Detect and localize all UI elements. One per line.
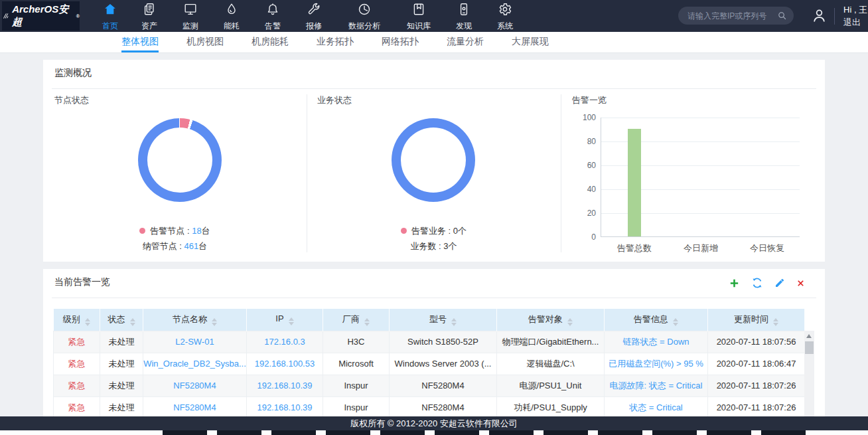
scrollbar-up-arrow-icon[interactable] [806, 334, 812, 338]
sort-carets-icon[interactable] [673, 318, 678, 326]
global-search [678, 7, 794, 25]
column-header-5[interactable]: 型号 [390, 309, 497, 331]
data-analysis-icon [357, 2, 372, 19]
nav-item-knowledge[interactable]: 知识库 [394, 0, 443, 32]
overview-divider [52, 88, 816, 89]
nav-item-energy[interactable]: 能耗 [211, 0, 252, 32]
refresh-button[interactable] [751, 277, 763, 289]
tab-1[interactable]: 机房视图 [186, 32, 224, 52]
cell-7[interactable]: 电源故障: 状态 = Critical [605, 375, 708, 396]
nav-item-discover[interactable]: 发现 [443, 0, 484, 32]
scrollbar-thumb[interactable] [805, 341, 814, 354]
edit-button[interactable] [774, 278, 785, 288]
cell-5: Windows Server 2003 (... [390, 353, 497, 375]
delete-button[interactable] [796, 279, 805, 288]
tab-6[interactable]: 大屏展现 [512, 32, 549, 52]
sort-carets-icon[interactable] [85, 318, 90, 326]
node-status-title: 节点状态 [54, 94, 89, 106]
energy-icon [224, 2, 239, 19]
alarm-overview-title: 告警一览 [572, 94, 607, 106]
search-input[interactable] [678, 11, 777, 21]
nav-item-data-analysis[interactable]: 数据分析 [334, 0, 394, 32]
alerts-toolbar [729, 277, 805, 289]
cell-4: H3C [323, 331, 390, 353]
cell-2[interactable]: Win_Oracle_DB2_Sysba... [143, 353, 247, 375]
cell-8: 2020-07-11 18:07:26 [708, 375, 805, 396]
cell-3[interactable]: 192.168.10.39 [247, 396, 323, 418]
cell-3[interactable]: 192.168.100.53 [247, 353, 323, 375]
column-header-label: 告警对象 [528, 314, 563, 324]
cell-2[interactable]: NF5280M4 [143, 396, 247, 418]
bottom-strip-block [598, 430, 642, 435]
knowledge-icon [411, 2, 426, 19]
bottom-strip-block [271, 430, 316, 435]
cell-0: 紧急 [54, 375, 100, 396]
cell-1: 未处理 [100, 396, 143, 418]
panel-divider [561, 94, 561, 252]
sort-carets-icon[interactable] [130, 318, 135, 326]
table-row[interactable]: 紧急未处理NF5280M4192.168.10.39InspurNF5280M4… [54, 396, 805, 418]
tab-5[interactable]: 流量分析 [447, 32, 484, 52]
system-icon [498, 2, 512, 19]
x-axis-category-label: 告警总数 [617, 242, 652, 254]
bottom-strip-block [217, 430, 261, 435]
search-icon[interactable] [777, 11, 787, 21]
add-button[interactable] [729, 278, 740, 289]
cell-0: 紧急 [54, 353, 100, 375]
sort-carets-icon[interactable] [451, 318, 457, 326]
nav-item-repair[interactable]: 报修 [293, 0, 334, 32]
nav-item-system[interactable]: 系统 [484, 0, 526, 32]
legend-label: 业务数 : [410, 241, 443, 251]
column-header-3[interactable]: IP [247, 309, 323, 331]
legend-unit: 个 [449, 241, 457, 251]
cell-7[interactable]: 状态 = Critical [605, 396, 708, 418]
sort-carets-icon[interactable] [567, 318, 573, 326]
column-header-0[interactable]: 级别 [54, 309, 100, 331]
current-alerts-card: 当前告警一览 级别状态节点名称IP厂商型号告警对象告警信息更新时间 紧急未处理L… [43, 269, 825, 430]
sort-carets-icon[interactable] [364, 318, 370, 326]
y-axis-tick-label: 20 [568, 209, 596, 218]
cell-3[interactable]: 172.16.0.3 [247, 331, 323, 353]
cell-1: 未处理 [100, 331, 143, 353]
column-header-6[interactable]: 告警对象 [497, 309, 605, 331]
cell-7[interactable]: 链路状态 = Down [605, 331, 708, 353]
nav-item-home[interactable]: 首页 [92, 0, 129, 32]
tab-2[interactable]: 机房能耗 [252, 32, 289, 52]
table-row[interactable]: 紧急未处理L2-SW-01172.16.0.3H3CSwitch S1850-5… [54, 331, 805, 353]
legend-line: 业务数 : 3个 [307, 238, 561, 254]
column-header-2[interactable]: 节点名称 [143, 309, 247, 331]
sort-carets-icon[interactable] [773, 318, 778, 326]
cell-2[interactable]: L2-SW-01 [143, 331, 247, 353]
legend-label: 纳管节点 : [143, 241, 184, 251]
column-header-7[interactable]: 告警信息 [605, 309, 708, 331]
logout-link[interactable]: 退出 [843, 16, 867, 29]
table-scrollbar[interactable] [804, 331, 814, 418]
legend-label: 告警业务 : [411, 226, 453, 236]
y-axis-tick-label: 100 [568, 113, 596, 122]
table-row[interactable]: 紧急未处理NF5280M4192.168.10.39InspurNF5280M4… [54, 375, 805, 396]
tab-3[interactable]: 业务拓扑 [317, 32, 354, 52]
cell-2[interactable]: NF5280M4 [143, 375, 247, 396]
cell-7[interactable]: 已用磁盘空间(%) > 95 % [605, 353, 708, 375]
tab-4[interactable]: 网络拓扑 [382, 32, 419, 52]
sort-carets-icon[interactable] [289, 317, 294, 325]
cell-1: 未处理 [100, 353, 143, 375]
business-status-legend: 告警业务 : 0个业务数 : 3个 [307, 223, 561, 254]
nav-item-assets[interactable]: 资产 [129, 0, 170, 32]
cell-3[interactable]: 192.168.10.39 [247, 375, 323, 396]
sort-carets-icon[interactable] [212, 318, 217, 326]
table-row[interactable]: 紧急未处理Win_Oracle_DB2_Sysba...192.168.100.… [54, 353, 805, 375]
user-icon[interactable] [811, 7, 828, 24]
tab-0[interactable]: 整体视图 [121, 32, 159, 52]
alerts-divider [52, 298, 816, 298]
overview-title: 监测概况 [54, 67, 92, 79]
cell-4: Inspur [323, 396, 390, 418]
refresh-icon [751, 277, 763, 289]
nav-item-alarm[interactable]: 告警 [252, 0, 293, 32]
column-header-8[interactable]: 更新时间 [708, 309, 805, 331]
top-navbar: ArcherOS安超® 首页资产监测能耗告警报修数据分析知识库发现系统 Hi ,… [0, 0, 868, 32]
nav-item-label: 能耗 [224, 21, 240, 32]
nav-item-monitor[interactable]: 监测 [170, 0, 211, 32]
column-header-1[interactable]: 状态 [100, 309, 143, 331]
column-header-4[interactable]: 厂商 [323, 309, 390, 331]
